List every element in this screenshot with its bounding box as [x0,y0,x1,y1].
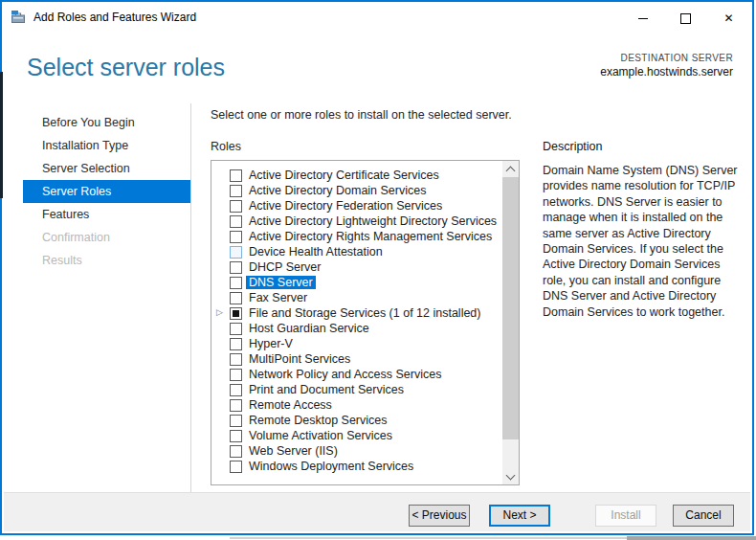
role-checkbox[interactable] [230,430,242,442]
role-checkbox[interactable] [230,323,242,335]
background-window-left-edge [0,72,3,198]
chevron-down-icon [506,470,516,480]
close-button[interactable]: ✕ [707,4,750,33]
sidebar-item-label: Confirmation [42,231,110,244]
role-row[interactable]: ▷ Host Guardian Service [211,321,502,336]
sidebar-item-features[interactable]: Features [23,203,190,226]
role-label[interactable]: Active Directory Rights Management Servi… [249,230,492,243]
role-row[interactable]: ▷ Print and Document Services [211,382,502,397]
role-checkbox[interactable] [230,292,242,304]
role-label[interactable]: File and Storage Services (1 of 12 insta… [249,306,481,320]
role-label[interactable]: Print and Document Services [249,383,404,396]
roles-list-label: Roles [211,140,241,153]
role-row[interactable]: ▷ Remote Desktop Services [211,413,502,428]
role-checkbox[interactable] [230,384,242,396]
role-checkbox[interactable] [230,231,242,243]
role-label[interactable]: DHCP Server [249,260,321,274]
roles-listbox: ▷ Active Directory Certificate Services … [211,160,520,485]
role-label[interactable]: Hyper-V [249,337,293,350]
role-checkbox[interactable] [230,169,242,182]
role-checkbox[interactable] [230,369,242,381]
role-checkbox[interactable] [230,415,242,427]
role-checkbox[interactable] [230,261,242,274]
role-row[interactable]: ▷ DHCP Server [211,259,502,275]
role-checkbox[interactable] [230,246,242,259]
role-row[interactable]: ▷ Active Directory Certificate Services [211,168,502,183]
role-label[interactable]: Active Directory Certificate Services [249,169,439,182]
role-row[interactable]: ▷ Web Server (IIS) [211,443,502,459]
background-window-edge [230,537,627,539]
role-label[interactable]: Active Directory Lightweight Directory S… [249,214,497,228]
window-title: Add Roles and Features Wizard [33,11,196,24]
role-label[interactable]: Remote Access [249,398,332,412]
role-checkbox[interactable] [230,353,242,366]
role-row[interactable]: ▷ Hyper-V [211,336,502,351]
role-checkbox[interactable] [230,445,242,458]
scrollbar-thumb[interactable] [502,177,519,439]
role-row[interactable]: ▷ Fax Server [211,290,502,305]
role-checkbox[interactable] [230,461,242,473]
chevron-up-icon [506,166,516,175]
sidebar-item-label: Features [42,208,89,221]
sidebar-item-server-selection[interactable]: Server Selection [23,157,190,180]
page-title: Select server roles [27,54,225,81]
sidebar-separator [190,103,191,497]
role-row[interactable]: ▷ DNS Server [211,275,502,290]
install-button: Install [595,505,656,527]
role-row[interactable]: ▷ Network Policy and Access Services [211,367,502,382]
role-row[interactable]: ▷ File and Storage Services (1 of 12 ins… [211,305,502,321]
background-window-bar [627,536,756,540]
cancel-button[interactable]: Cancel [673,505,734,527]
role-label[interactable]: Active Directory Federation Services [249,199,442,213]
role-checkbox[interactable] [230,215,242,228]
scroll-up-button[interactable] [502,161,519,177]
maximize-icon [680,13,691,24]
role-row[interactable]: ▷ Active Directory Domain Services [211,183,502,198]
expand-icon[interactable]: ▷ [216,307,223,317]
role-label[interactable]: Network Policy and Access Services [249,368,441,381]
role-row[interactable]: ▷ Remote Access [211,397,502,413]
sidebar-item-confirmation[interactable]: Confirmation [23,226,190,249]
sidebar-item-results[interactable]: Results [23,249,190,272]
role-label[interactable]: Active Directory Domain Services [249,184,426,197]
footer-bar: < Previous Next > Install Cancel [4,492,750,531]
role-label[interactable]: Fax Server [249,291,307,304]
role-label[interactable]: Host Guardian Service [249,322,369,335]
role-label[interactable]: Windows Deployment Services [249,460,413,473]
sidebar-item-installation-type[interactable]: Installation Type [23,134,190,157]
role-checkbox[interactable] [230,185,242,197]
destination-server-label: DESTINATION SERVER [600,53,733,63]
role-checkbox[interactable] [230,277,242,289]
scrollbar[interactable] [502,161,519,484]
role-label[interactable]: Web Server (IIS) [249,444,338,458]
role-checkbox[interactable] [230,399,242,412]
sidebar-item-label: Before You Begin [42,116,135,129]
role-row[interactable]: ▷ Active Directory Rights Management Ser… [211,229,502,244]
minimize-button[interactable] [621,4,664,33]
sidebar-item-before-you-begin[interactable]: Before You Begin [23,111,190,134]
role-label[interactable]: MultiPoint Services [249,352,350,366]
role-label[interactable]: DNS Server [246,276,316,289]
scroll-down-button[interactable] [502,468,519,484]
wizard-window: Add Roles and Features Wizard ✕ Select s… [0,0,754,535]
role-checkbox[interactable] [230,200,242,213]
role-row[interactable]: ▷ Active Directory Lightweight Directory… [211,214,502,229]
role-label[interactable]: Remote Desktop Services [249,414,388,427]
role-row[interactable]: ▷ Windows Deployment Services [211,459,502,474]
role-checkbox[interactable] [230,338,242,350]
previous-button[interactable]: < Previous [409,505,470,527]
role-label[interactable]: Device Health Attestation [249,245,383,259]
role-checkbox[interactable] [230,307,242,320]
sidebar-item-label: Server Roles [42,185,111,198]
sidebar: Before You BeginInstallation TypeServer … [23,111,190,272]
role-row[interactable]: ▷ Active Directory Federation Services [211,198,502,214]
role-label[interactable]: Volume Activation Services [249,429,392,442]
destination-server-name: example.hostwinds.server [600,65,733,79]
role-row[interactable]: ▷ Device Health Attestation [211,244,502,259]
maximize-button[interactable] [664,4,707,33]
role-row[interactable]: ▷ Volume Activation Services [211,428,502,443]
next-button[interactable]: Next > [489,505,550,527]
minimize-icon [638,18,648,19]
sidebar-item-server-roles[interactable]: Server Roles [23,180,190,203]
role-row[interactable]: ▷ MultiPoint Services [211,351,502,367]
